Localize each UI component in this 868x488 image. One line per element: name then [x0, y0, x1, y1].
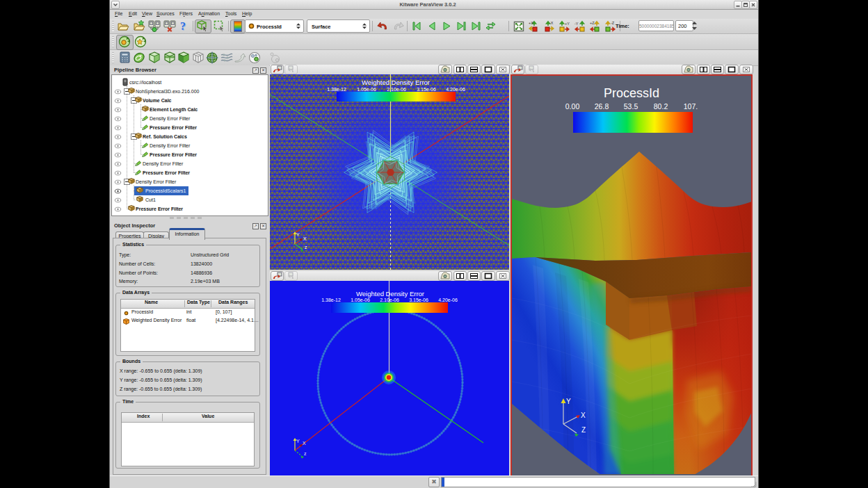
- svg-text:0.00: 0.00: [565, 102, 580, 111]
- svg-text:2.10e-06: 2.10e-06: [380, 298, 399, 302]
- svg-text:+Y: +Y: [565, 22, 570, 26]
- svg-text:2.10e-06: 2.10e-06: [387, 87, 406, 92]
- svg-text:1.05e-06: 1.05e-06: [351, 298, 370, 302]
- svg-text:z: z: [304, 451, 307, 456]
- svg-text:-Z: -Z: [611, 21, 615, 25]
- svg-text:Weighted Density Error: Weighted Density Error: [362, 79, 430, 86]
- svg-text:107.: 107.: [684, 102, 698, 111]
- svg-text:3.15e-06: 3.15e-06: [417, 87, 436, 92]
- svg-text:z: z: [305, 245, 307, 250]
- svg-text:+X: +X: [529, 21, 533, 25]
- svg-text:ProcessId: ProcessId: [604, 86, 659, 100]
- svg-text:X: X: [581, 412, 586, 419]
- svg-text:1.05e-06: 1.05e-06: [357, 87, 376, 92]
- svg-text:53.5: 53.5: [624, 102, 638, 111]
- svg-text:+Z: +Z: [590, 21, 595, 25]
- svg-text:-Y: -Y: [574, 22, 579, 26]
- svg-text:3.15e-06: 3.15e-06: [409, 298, 428, 302]
- svg-text:4.20e-06: 4.20e-06: [446, 87, 465, 92]
- svg-text:Y: Y: [296, 232, 300, 237]
- svg-text:1.38e-12: 1.38e-12: [327, 87, 346, 92]
- svg-text:Y: Y: [296, 439, 300, 444]
- svg-text:-X: -X: [549, 21, 554, 25]
- svg-text:26.8: 26.8: [595, 102, 609, 111]
- svg-text:80.2: 80.2: [654, 102, 668, 111]
- svg-text:X: X: [303, 441, 306, 446]
- svg-text:1.38e-12: 1.38e-12: [321, 298, 341, 302]
- svg-text:Z: Z: [581, 426, 586, 434]
- svg-text:X: X: [303, 236, 307, 241]
- svg-text:Weighted Density Error: Weighted Density Error: [356, 290, 424, 298]
- svg-text:Y: Y: [566, 398, 571, 405]
- svg-text:4.20e-06: 4.20e-06: [438, 298, 458, 302]
